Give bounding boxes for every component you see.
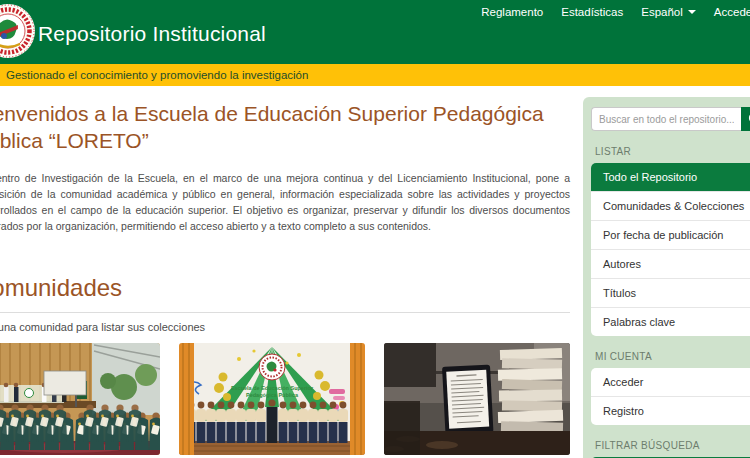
sidebar-item-todo-el-repositorio[interactable]: Todo el Repositorio [591, 163, 750, 191]
main-column: Bienvenidos a la Escuela de Educación Su… [0, 86, 570, 458]
sidebar-item-autores[interactable]: Autores [591, 249, 750, 278]
institution-logo[interactable] [0, 3, 36, 59]
anniversary-group-photo: Escuela de Educación Superior Pedagógica… [179, 343, 365, 455]
search-input[interactable] [591, 107, 741, 131]
sidebar: LISTAR Todo el Repositorio Comunidades &… [583, 97, 750, 458]
communities-caption: Elija una comunidad para listar sus cole… [0, 321, 570, 333]
site-title: Repositorio Institucional [38, 22, 266, 46]
page-title-line1: Bienvenidos a la Escuela de Educación Su… [0, 100, 570, 127]
page-title: Bienvenidos a la Escuela de Educación Su… [0, 100, 570, 154]
sidebar-item-acceder[interactable]: Acceder [591, 368, 750, 396]
page: Repositorio Institucional Reglamento Est… [0, 0, 750, 458]
header-bar: Repositorio Institucional Reglamento Est… [0, 0, 750, 64]
sidebar-item-registro[interactable]: Registro [591, 396, 750, 425]
account-list: Acceder Registro [591, 368, 750, 425]
sidebar-section-label-listar: LISTAR [595, 146, 750, 157]
welcome-paragraph: El Centro de Investigación de la Escuela… [0, 170, 570, 234]
community-card-2[interactable]: Escuela de Educación Superior Pedagógica… [179, 343, 365, 455]
nav-reglamento[interactable]: Reglamento [481, 6, 543, 18]
nav-language-label: Español [641, 6, 683, 18]
sidebar-panel: LISTAR Todo el Repositorio Comunidades &… [583, 97, 750, 458]
nav-estadisticas[interactable]: Estadísticas [561, 6, 623, 18]
community-card-3[interactable] [384, 343, 570, 455]
photo-banner-line1: Escuela de Educación Superior [231, 385, 314, 391]
tagline-text: Gestionado el conocimiento y promoviendo… [6, 69, 308, 81]
graduation-ceremony-photo [0, 343, 160, 455]
sidebar-item-palabras-clave[interactable]: Palabras clave [591, 307, 750, 336]
books-ereader-photo [384, 343, 570, 455]
communities-heading: Comunidades [0, 274, 570, 313]
photo-banner-line2: Pedagógica Pública [246, 392, 299, 398]
top-navigation: Reglamento Estadísticas Español Acceder [481, 6, 750, 18]
search-bar [591, 107, 750, 131]
nav-acceder[interactable]: Acceder [714, 6, 750, 18]
sidebar-item-titulos[interactable]: Títulos [591, 278, 750, 307]
sidebar-section-label-mi-cuenta: MI CUENTA [595, 351, 750, 362]
sidebar-item-por-fecha[interactable]: Por fecha de publicación [591, 220, 750, 249]
community-cards-row: Escuela de Educación Superior Pedagógica… [0, 343, 570, 455]
page-title-line2: Pública “LORETO” [0, 127, 570, 154]
nav-language-dropdown[interactable]: Español [641, 6, 696, 18]
tagline-bar: ✓ Gestionado el conocimiento y promovien… [0, 64, 750, 86]
browse-list: Todo el Repositorio Comunidades & Colecc… [591, 163, 750, 336]
sidebar-item-comunidades-colecciones[interactable]: Comunidades & Colecciones [591, 191, 750, 220]
caret-down-icon [688, 10, 696, 14]
search-button[interactable] [741, 107, 750, 131]
community-card-1[interactable] [0, 343, 160, 455]
sidebar-section-label-filtrar: FILTRAR BÚSQUEDA [595, 440, 750, 451]
content-area: Bienvenidos a la Escuela de Educación Su… [0, 86, 750, 458]
